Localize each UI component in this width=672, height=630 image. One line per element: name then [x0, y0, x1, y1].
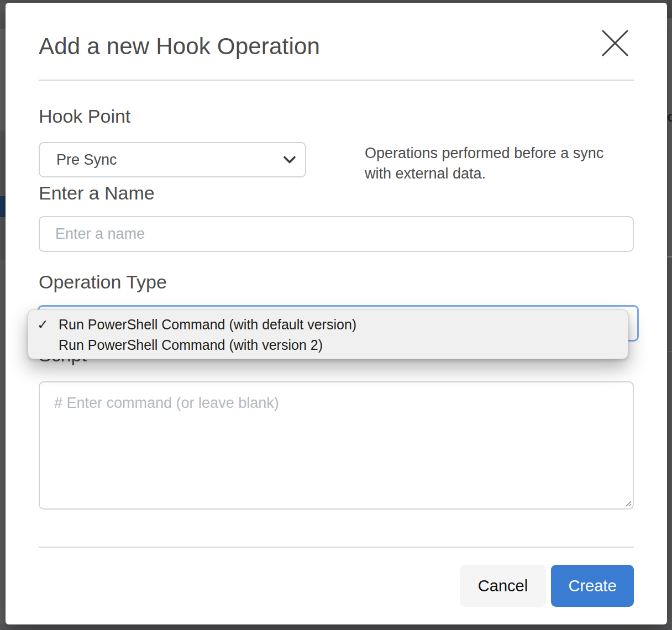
background-text-fragment: e	[0, 106, 6, 123]
overlay-band	[667, 18, 672, 256]
background-text-fragment: n	[0, 224, 6, 240]
dropdown-option-version-2[interactable]: ✓ Run PowerShell Command (with version 2…	[28, 335, 628, 355]
background-text-fragment: c	[667, 108, 672, 125]
overlay-band	[667, 351, 672, 352]
overlay-band	[0, 3, 6, 29]
dialog-title: Add a new Hook Operation	[39, 33, 320, 60]
cancel-button[interactable]: Cancel	[460, 565, 546, 607]
operation-type-dropdown-menu: ✓ Run PowerShell Command (with default v…	[28, 309, 628, 359]
hook-point-selected-value: Pre Sync	[56, 151, 117, 169]
dropdown-option-default-version[interactable]: ✓ Run PowerShell Command (with default v…	[28, 314, 628, 335]
hook-point-help-text: Operations performed before a sync with …	[365, 143, 630, 184]
dropdown-option-label: Run PowerShell Command (with default ver…	[59, 317, 356, 333]
add-hook-operation-dialog: Add a new Hook Operation Hook Point Pre …	[6, 3, 667, 624]
close-icon	[600, 28, 630, 58]
chevron-down-icon	[283, 156, 296, 164]
background-text-fragment: n	[0, 297, 6, 314]
create-button[interactable]: Create	[551, 565, 634, 607]
overlay-band	[667, 258, 672, 624]
dropdown-option-label: Run PowerShell Command (with version 2)	[59, 337, 323, 353]
hook-point-label: Hook Point	[39, 106, 130, 127]
background-selected-nav-hint	[0, 196, 6, 217]
name-input[interactable]	[39, 216, 634, 252]
screen: e n n c Add a new Hook Operation Hook Po…	[0, 0, 672, 630]
checkmark-icon: ✓	[28, 317, 59, 333]
header-divider	[39, 80, 634, 81]
footer-divider	[39, 547, 634, 548]
close-button[interactable]	[598, 26, 632, 60]
resize-handle-icon[interactable]	[623, 498, 632, 507]
overlay-band	[667, 0, 672, 18]
overlay-band	[0, 260, 6, 624]
hook-point-select[interactable]: Pre Sync	[39, 142, 306, 177]
name-label: Enter a Name	[39, 182, 155, 204]
script-textarea[interactable]	[39, 381, 634, 510]
operation-type-label: Operation Type	[39, 271, 167, 293]
overlay-band	[0, 624, 672, 630]
